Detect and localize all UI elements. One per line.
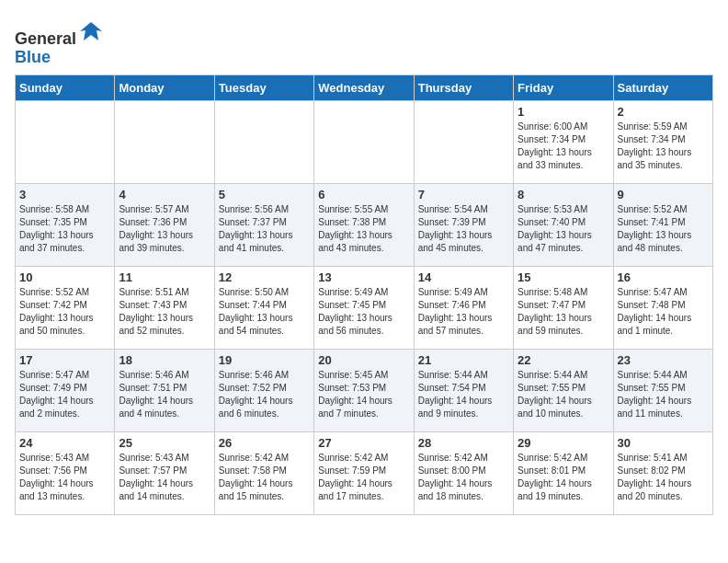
- day-number: 24: [19, 436, 110, 450]
- calendar-cell: 14Sunrise: 5:49 AM Sunset: 7:46 PM Dayli…: [414, 266, 513, 349]
- day-info: Sunrise: 5:44 AM Sunset: 7:55 PM Dayligh…: [618, 369, 709, 420]
- day-info: Sunrise: 5:44 AM Sunset: 7:54 PM Dayligh…: [418, 369, 509, 420]
- calendar-cell: [414, 100, 513, 183]
- day-number: 6: [318, 188, 409, 201]
- day-number: 15: [518, 270, 609, 284]
- calendar-cell: 9Sunrise: 5:52 AM Sunset: 7:41 PM Daylig…: [613, 183, 712, 266]
- day-info: Sunrise: 5:49 AM Sunset: 7:46 PM Dayligh…: [418, 286, 509, 338]
- calendar-cell: [16, 100, 115, 183]
- day-number: 5: [219, 188, 310, 201]
- day-number: 13: [318, 270, 409, 284]
- day-info: Sunrise: 5:54 AM Sunset: 7:39 PM Dayligh…: [418, 203, 509, 255]
- day-number: 21: [418, 353, 509, 367]
- col-header-sunday: Sunday: [16, 75, 115, 100]
- day-info: Sunrise: 5:58 AM Sunset: 7:35 PM Dayligh…: [19, 203, 110, 255]
- logo-blue: Blue: [15, 48, 51, 66]
- day-info: Sunrise: 5:50 AM Sunset: 7:44 PM Dayligh…: [219, 286, 310, 338]
- calendar-cell: 2Sunrise: 5:59 AM Sunset: 7:34 PM Daylig…: [613, 100, 712, 183]
- calendar-cell: 23Sunrise: 5:44 AM Sunset: 7:55 PM Dayli…: [613, 349, 712, 431]
- calendar-cell: 16Sunrise: 5:47 AM Sunset: 7:48 PM Dayli…: [613, 266, 712, 349]
- calendar-week-row: 24Sunrise: 5:43 AM Sunset: 7:56 PM Dayli…: [16, 431, 713, 514]
- day-number: 1: [518, 105, 609, 119]
- calendar-cell: 15Sunrise: 5:48 AM Sunset: 7:47 PM Dayli…: [514, 266, 613, 349]
- calendar-cell: 30Sunrise: 5:41 AM Sunset: 8:02 PM Dayli…: [613, 431, 712, 514]
- day-info: Sunrise: 5:47 AM Sunset: 7:48 PM Dayligh…: [618, 286, 709, 338]
- day-info: Sunrise: 5:47 AM Sunset: 7:49 PM Dayligh…: [19, 369, 110, 420]
- calendar-week-row: 3Sunrise: 5:58 AM Sunset: 7:35 PM Daylig…: [16, 183, 713, 266]
- day-info: Sunrise: 5:55 AM Sunset: 7:38 PM Dayligh…: [318, 203, 409, 255]
- page-header: General Blue: [15, 15, 713, 67]
- day-number: 27: [318, 436, 409, 450]
- day-number: 12: [219, 270, 310, 284]
- day-info: Sunrise: 5:49 AM Sunset: 7:45 PM Dayligh…: [318, 286, 409, 338]
- day-number: 23: [618, 353, 709, 367]
- day-number: 16: [618, 270, 709, 284]
- day-number: 28: [418, 436, 509, 450]
- day-info: Sunrise: 5:41 AM Sunset: 8:02 PM Dayligh…: [618, 452, 709, 503]
- day-info: Sunrise: 5:52 AM Sunset: 7:41 PM Dayligh…: [618, 203, 709, 255]
- calendar-cell: 6Sunrise: 5:55 AM Sunset: 7:38 PM Daylig…: [314, 183, 414, 266]
- day-number: 17: [19, 353, 110, 367]
- day-info: Sunrise: 5:48 AM Sunset: 7:47 PM Dayligh…: [518, 286, 609, 338]
- day-info: Sunrise: 5:56 AM Sunset: 7:37 PM Dayligh…: [219, 203, 310, 255]
- calendar-cell: [314, 100, 414, 183]
- day-number: 3: [19, 188, 110, 201]
- day-number: 18: [119, 353, 210, 367]
- day-number: 11: [119, 270, 210, 284]
- calendar-cell: 26Sunrise: 5:42 AM Sunset: 7:58 PM Dayli…: [214, 431, 313, 514]
- day-number: 2: [618, 105, 709, 119]
- col-header-saturday: Saturday: [613, 75, 712, 100]
- calendar-cell: 11Sunrise: 5:51 AM Sunset: 7:43 PM Dayli…: [115, 266, 214, 349]
- calendar-cell: 3Sunrise: 5:58 AM Sunset: 7:35 PM Daylig…: [16, 183, 115, 266]
- day-info: Sunrise: 6:00 AM Sunset: 7:34 PM Dayligh…: [518, 121, 609, 172]
- day-number: 25: [119, 436, 210, 450]
- calendar-cell: [115, 100, 214, 183]
- day-number: 20: [318, 353, 409, 367]
- col-header-wednesday: Wednesday: [314, 75, 414, 100]
- calendar-cell: 22Sunrise: 5:44 AM Sunset: 7:55 PM Dayli…: [514, 349, 613, 431]
- calendar-cell: 29Sunrise: 5:42 AM Sunset: 8:01 PM Dayli…: [514, 431, 613, 514]
- day-number: 26: [219, 436, 310, 450]
- day-info: Sunrise: 5:52 AM Sunset: 7:42 PM Dayligh…: [19, 286, 110, 338]
- day-number: 30: [618, 436, 709, 450]
- calendar-table: SundayMondayTuesdayWednesdayThursdayFrid…: [15, 75, 713, 515]
- calendar-cell: 8Sunrise: 5:53 AM Sunset: 7:40 PM Daylig…: [514, 183, 613, 266]
- day-info: Sunrise: 5:42 AM Sunset: 7:59 PM Dayligh…: [318, 452, 409, 503]
- col-header-tuesday: Tuesday: [214, 75, 313, 100]
- calendar-cell: 25Sunrise: 5:43 AM Sunset: 7:57 PM Dayli…: [115, 431, 214, 514]
- calendar-cell: 13Sunrise: 5:49 AM Sunset: 7:45 PM Dayli…: [314, 266, 414, 349]
- calendar-cell: 7Sunrise: 5:54 AM Sunset: 7:39 PM Daylig…: [414, 183, 513, 266]
- col-header-friday: Friday: [514, 75, 613, 100]
- day-number: 14: [418, 270, 509, 284]
- calendar-cell: 18Sunrise: 5:46 AM Sunset: 7:51 PM Dayli…: [115, 349, 214, 431]
- day-info: Sunrise: 5:44 AM Sunset: 7:55 PM Dayligh…: [518, 369, 609, 420]
- calendar-header-row: SundayMondayTuesdayWednesdayThursdayFrid…: [16, 75, 713, 100]
- logo-general: General: [15, 29, 76, 48]
- day-info: Sunrise: 5:46 AM Sunset: 7:52 PM Dayligh…: [219, 369, 310, 420]
- calendar-cell: [214, 100, 313, 183]
- calendar-cell: 1Sunrise: 6:00 AM Sunset: 7:34 PM Daylig…: [514, 100, 613, 183]
- calendar-cell: 28Sunrise: 5:42 AM Sunset: 8:00 PM Dayli…: [414, 431, 513, 514]
- day-number: 29: [518, 436, 609, 450]
- day-info: Sunrise: 5:42 AM Sunset: 8:01 PM Dayligh…: [518, 452, 609, 503]
- calendar-cell: 12Sunrise: 5:50 AM Sunset: 7:44 PM Dayli…: [214, 266, 313, 349]
- day-number: 8: [518, 188, 609, 201]
- day-info: Sunrise: 5:42 AM Sunset: 8:00 PM Dayligh…: [418, 452, 509, 503]
- day-number: 10: [19, 270, 110, 284]
- calendar-cell: 5Sunrise: 5:56 AM Sunset: 7:37 PM Daylig…: [214, 183, 313, 266]
- day-number: 22: [518, 353, 609, 367]
- day-number: 7: [418, 188, 509, 201]
- calendar-cell: 21Sunrise: 5:44 AM Sunset: 7:54 PM Dayli…: [414, 349, 513, 431]
- calendar-cell: 24Sunrise: 5:43 AM Sunset: 7:56 PM Dayli…: [16, 431, 115, 514]
- day-info: Sunrise: 5:43 AM Sunset: 7:56 PM Dayligh…: [19, 452, 110, 503]
- col-header-monday: Monday: [115, 75, 214, 100]
- day-info: Sunrise: 5:45 AM Sunset: 7:53 PM Dayligh…: [318, 369, 409, 420]
- calendar-cell: 4Sunrise: 5:57 AM Sunset: 7:36 PM Daylig…: [115, 183, 214, 266]
- svg-marker-0: [80, 22, 102, 40]
- calendar-week-row: 10Sunrise: 5:52 AM Sunset: 7:42 PM Dayli…: [16, 266, 713, 349]
- calendar-week-row: 1Sunrise: 6:00 AM Sunset: 7:34 PM Daylig…: [16, 100, 713, 183]
- day-info: Sunrise: 5:53 AM Sunset: 7:40 PM Dayligh…: [518, 203, 609, 255]
- logo: General Blue: [15, 18, 104, 67]
- calendar-cell: 10Sunrise: 5:52 AM Sunset: 7:42 PM Dayli…: [16, 266, 115, 349]
- day-info: Sunrise: 5:51 AM Sunset: 7:43 PM Dayligh…: [119, 286, 210, 338]
